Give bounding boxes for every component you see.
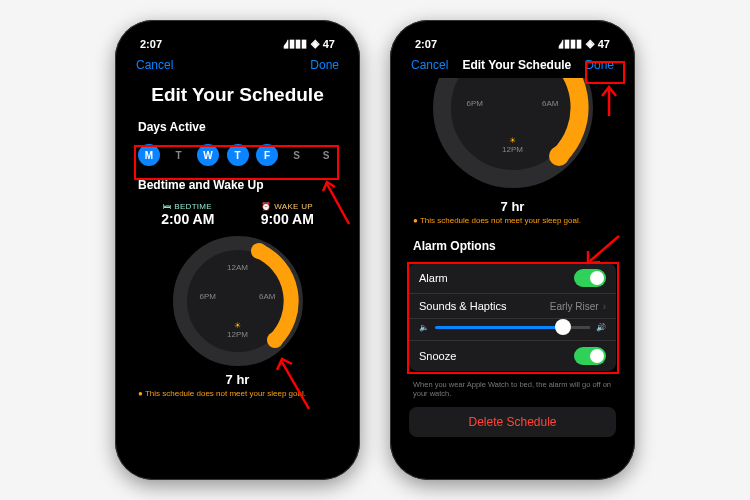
- day-t2[interactable]: T: [227, 144, 249, 166]
- days-row: M T W T F S S: [124, 138, 351, 174]
- sleep-duration: 7 hr: [124, 369, 351, 387]
- days-active-label: Days Active: [124, 116, 351, 138]
- wakeup-col: ⏰ WAKE UP 9:00 AM: [261, 202, 314, 227]
- volume-slider-row: 🔈 🔊: [409, 319, 616, 341]
- dial-labels: 12AM 6PM 6AM ☀ 12PM: [196, 259, 280, 343]
- battery-icon: 47: [598, 38, 610, 50]
- status-indicators: ▮▮▮▮ ◈ 47: [558, 37, 610, 50]
- watch-note: When you wear Apple Watch to bed, the al…: [399, 377, 626, 401]
- sun-icon: ☀: [234, 321, 241, 330]
- day-w[interactable]: W: [197, 144, 219, 166]
- done-button[interactable]: Done: [585, 58, 614, 72]
- wifi-icon: ◈: [586, 37, 594, 50]
- status-time: 2:07: [415, 38, 437, 50]
- dial-12pm: 12PM: [502, 145, 523, 154]
- day-s1[interactable]: S: [286, 144, 308, 166]
- cancel-button[interactable]: Cancel: [136, 58, 173, 72]
- alarm-options-list: Alarm Sounds & Haptics Early Riser › 🔈 🔊…: [409, 263, 616, 371]
- snooze-label: Snooze: [419, 350, 456, 362]
- bedtime-value: 2:00 AM: [161, 211, 214, 227]
- dial-6pm: 6PM: [200, 292, 216, 301]
- battery-icon: 47: [323, 38, 335, 50]
- day-f[interactable]: F: [256, 144, 278, 166]
- notch: [188, 29, 288, 49]
- page-title: Edit Your Schedule: [124, 78, 351, 116]
- goal-warning: This schedule does not meet your sleep g…: [399, 214, 626, 227]
- dial-12pm: 12PM: [227, 330, 248, 339]
- wifi-icon: ◈: [311, 37, 319, 50]
- phone-right: 2:07 ▮▮▮▮ ◈ 47 Cancel Edit Your Schedule…: [390, 20, 635, 480]
- sleep-dial-partial[interactable]: - 6PM 6AM ☀ 12PM: [399, 78, 626, 196]
- bed-wake-times: 🛏 BEDTIME 2:00 AM ⏰ WAKE UP 9:00 AM: [124, 196, 351, 231]
- alarm-toggle[interactable]: [574, 269, 606, 287]
- volume-slider[interactable]: [435, 326, 590, 329]
- bedtime-icon-label: 🛏 BEDTIME: [161, 202, 214, 211]
- day-s2[interactable]: S: [315, 144, 337, 166]
- dial-12am: 12AM: [227, 263, 248, 272]
- nav-title: Edit Your Schedule: [462, 58, 571, 72]
- sleep-duration: 7 hr: [399, 196, 626, 214]
- chevron-right-icon: ›: [603, 301, 606, 312]
- alarm-row: Alarm: [409, 263, 616, 294]
- day-m[interactable]: M: [138, 144, 160, 166]
- volume-high-icon: 🔊: [596, 323, 606, 332]
- status-indicators: ▮▮▮▮ ◈ 47: [283, 37, 335, 50]
- svg-point-0: [251, 243, 267, 259]
- sounds-label: Sounds & Haptics: [419, 300, 506, 312]
- dial-6pm: 6PM: [467, 99, 483, 108]
- dial-6am: 6AM: [259, 292, 275, 301]
- volume-low-icon: 🔈: [419, 323, 429, 332]
- screen-right: 2:07 ▮▮▮▮ ◈ 47 Cancel Edit Your Schedule…: [399, 29, 626, 471]
- day-t1[interactable]: T: [168, 144, 190, 166]
- snooze-toggle[interactable]: [574, 347, 606, 365]
- wakeup-icon-label: ⏰ WAKE UP: [261, 202, 314, 211]
- sun-icon: ☀: [509, 136, 516, 145]
- alarm-options-label: Alarm Options: [399, 227, 626, 257]
- wakeup-value: 9:00 AM: [261, 211, 314, 227]
- delete-schedule-button[interactable]: Delete Schedule: [409, 407, 616, 437]
- sounds-value: Early Riser: [550, 301, 599, 312]
- screen-left: 2:07 ▮▮▮▮ ◈ 47 Cancel Done Edit Your Sch…: [124, 29, 351, 471]
- sounds-row[interactable]: Sounds & Haptics Early Riser ›: [409, 294, 616, 319]
- sleep-dial[interactable]: 12AM 6PM 6AM ☀ 12PM: [124, 231, 351, 369]
- alarm-label: Alarm: [419, 272, 448, 284]
- bedtime-col: 🛏 BEDTIME 2:00 AM: [161, 202, 214, 227]
- notch: [463, 29, 563, 49]
- nav-bar: Cancel Done: [124, 52, 351, 78]
- cancel-button[interactable]: Cancel: [411, 58, 448, 72]
- dial-6am: 6AM: [542, 99, 558, 108]
- status-time: 2:07: [140, 38, 162, 50]
- dial-labels: - 6PM 6AM ☀ 12PM: [463, 78, 563, 158]
- goal-warning: This schedule does not meet your sleep g…: [124, 387, 351, 400]
- phone-left: 2:07 ▮▮▮▮ ◈ 47 Cancel Done Edit Your Sch…: [115, 20, 360, 480]
- done-button[interactable]: Done: [310, 58, 339, 72]
- bedtime-label: Bedtime and Wake Up: [124, 174, 351, 196]
- nav-bar: Cancel Edit Your Schedule Done: [399, 52, 626, 78]
- snooze-row: Snooze: [409, 341, 616, 371]
